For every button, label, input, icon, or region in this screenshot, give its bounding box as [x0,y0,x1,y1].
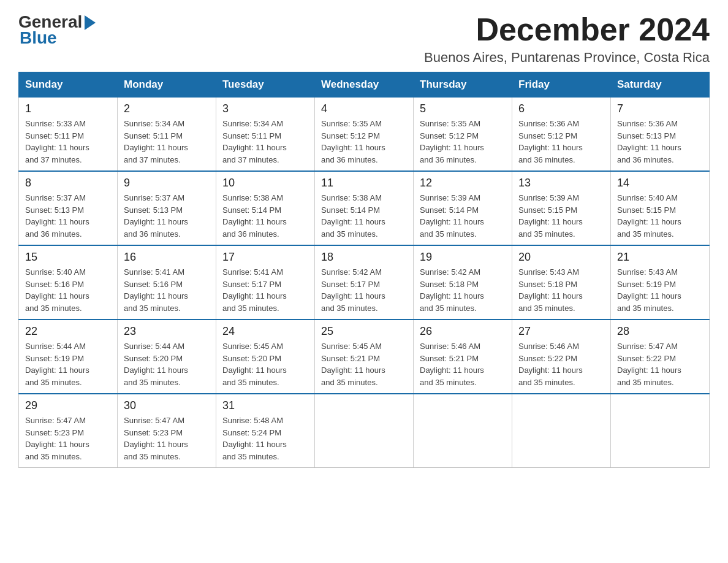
day-info: Sunrise: 5:35 AMSunset: 5:12 PMDaylight:… [321,118,407,166]
calendar-cell: 3 Sunrise: 5:34 AMSunset: 5:11 PMDayligh… [216,98,315,172]
day-number: 12 [420,177,506,190]
day-number: 29 [25,399,111,412]
day-number: 26 [420,325,506,338]
day-info: Sunrise: 5:46 AMSunset: 5:22 PMDaylight:… [518,340,604,388]
day-number: 18 [321,251,407,264]
calendar-cell: 17 Sunrise: 5:41 AMSunset: 5:17 PMDaylig… [216,245,315,320]
day-info: Sunrise: 5:45 AMSunset: 5:21 PMDaylight:… [321,340,407,388]
calendar-cell: 27 Sunrise: 5:46 AMSunset: 5:22 PMDaylig… [512,320,611,394]
page-header: General Blue December 2024 Buenos Aires,… [18,12,710,66]
calendar-cell: 21 Sunrise: 5:43 AMSunset: 5:19 PMDaylig… [611,245,710,320]
calendar-cell: 22 Sunrise: 5:44 AMSunset: 5:19 PMDaylig… [19,320,118,394]
header-friday: Friday [512,72,611,98]
header-tuesday: Tuesday [216,72,315,98]
day-info: Sunrise: 5:39 AMSunset: 5:15 PMDaylight:… [518,192,604,240]
week-row-3: 15 Sunrise: 5:40 AMSunset: 5:16 PMDaylig… [19,245,710,320]
day-number: 9 [124,177,210,190]
calendar-cell: 15 Sunrise: 5:40 AMSunset: 5:16 PMDaylig… [19,245,118,320]
logo-blue-text: Blue [20,28,57,48]
location-title: Buenos Aires, Puntarenas Province, Costa… [424,50,710,66]
day-number: 19 [420,251,506,264]
day-info: Sunrise: 5:43 AMSunset: 5:18 PMDaylight:… [518,266,604,314]
calendar-cell: 30 Sunrise: 5:47 AMSunset: 5:23 PMDaylig… [118,394,216,468]
day-number: 3 [222,102,308,115]
day-info: Sunrise: 5:41 AMSunset: 5:17 PMDaylight:… [222,266,308,314]
day-number: 13 [518,177,604,190]
calendar-cell: 5 Sunrise: 5:35 AMSunset: 5:12 PMDayligh… [414,98,512,172]
day-number: 14 [617,177,703,190]
day-number: 4 [321,102,407,115]
day-number: 23 [124,325,210,338]
week-row-2: 8 Sunrise: 5:37 AMSunset: 5:13 PMDayligh… [19,171,710,245]
calendar-cell: 12 Sunrise: 5:39 AMSunset: 5:14 PMDaylig… [414,171,512,245]
calendar-cell [611,394,710,468]
day-number: 11 [321,177,407,190]
calendar-cell: 16 Sunrise: 5:41 AMSunset: 5:16 PMDaylig… [118,245,216,320]
day-info: Sunrise: 5:36 AMSunset: 5:12 PMDaylight:… [518,118,604,166]
calendar-cell [414,394,512,468]
day-info: Sunrise: 5:47 AMSunset: 5:22 PMDaylight:… [617,340,703,388]
calendar-cell: 4 Sunrise: 5:35 AMSunset: 5:12 PMDayligh… [315,98,414,172]
calendar-cell [315,394,414,468]
week-row-1: 1 Sunrise: 5:33 AMSunset: 5:11 PMDayligh… [19,98,710,172]
calendar-cell: 6 Sunrise: 5:36 AMSunset: 5:12 PMDayligh… [512,98,611,172]
day-number: 8 [25,177,111,190]
day-number: 1 [25,102,111,115]
day-number: 25 [321,325,407,338]
day-info: Sunrise: 5:47 AMSunset: 5:23 PMDaylight:… [25,415,111,462]
day-info: Sunrise: 5:33 AMSunset: 5:11 PMDaylight:… [25,118,111,166]
calendar-cell: 28 Sunrise: 5:47 AMSunset: 5:22 PMDaylig… [611,320,710,394]
day-number: 2 [124,102,210,115]
day-number: 15 [25,251,111,264]
header-wednesday: Wednesday [315,72,414,98]
day-info: Sunrise: 5:36 AMSunset: 5:13 PMDaylight:… [617,118,703,166]
calendar-cell: 14 Sunrise: 5:40 AMSunset: 5:15 PMDaylig… [611,171,710,245]
day-info: Sunrise: 5:38 AMSunset: 5:14 PMDaylight:… [321,192,407,240]
day-info: Sunrise: 5:42 AMSunset: 5:18 PMDaylight:… [420,266,506,314]
calendar-cell: 8 Sunrise: 5:37 AMSunset: 5:13 PMDayligh… [19,171,118,245]
day-info: Sunrise: 5:41 AMSunset: 5:16 PMDaylight:… [124,266,210,314]
calendar-cell: 19 Sunrise: 5:42 AMSunset: 5:18 PMDaylig… [414,245,512,320]
calendar-cell: 20 Sunrise: 5:43 AMSunset: 5:18 PMDaylig… [512,245,611,320]
day-number: 20 [518,251,604,264]
title-section: December 2024 Buenos Aires, Puntarenas P… [424,12,710,66]
calendar-cell: 26 Sunrise: 5:46 AMSunset: 5:21 PMDaylig… [414,320,512,394]
day-info: Sunrise: 5:44 AMSunset: 5:19 PMDaylight:… [25,340,111,388]
calendar-cell: 10 Sunrise: 5:38 AMSunset: 5:14 PMDaylig… [216,171,315,245]
header-monday: Monday [118,72,216,98]
calendar-body: 1 Sunrise: 5:33 AMSunset: 5:11 PMDayligh… [19,98,710,468]
calendar-cell: 1 Sunrise: 5:33 AMSunset: 5:11 PMDayligh… [19,98,118,172]
day-number: 30 [124,399,210,412]
day-number: 5 [420,102,506,115]
logo-arrow-icon [85,15,96,30]
day-number: 17 [222,251,308,264]
day-info: Sunrise: 5:34 AMSunset: 5:11 PMDaylight:… [222,118,308,166]
header-saturday: Saturday [611,72,710,98]
calendar-cell: 2 Sunrise: 5:34 AMSunset: 5:11 PMDayligh… [118,98,216,172]
day-info: Sunrise: 5:40 AMSunset: 5:15 PMDaylight:… [617,192,703,240]
calendar-cell: 29 Sunrise: 5:47 AMSunset: 5:23 PMDaylig… [19,394,118,468]
day-info: Sunrise: 5:40 AMSunset: 5:16 PMDaylight:… [25,266,111,314]
calendar-cell: 9 Sunrise: 5:37 AMSunset: 5:13 PMDayligh… [118,171,216,245]
day-info: Sunrise: 5:44 AMSunset: 5:20 PMDaylight:… [124,340,210,388]
day-number: 27 [518,325,604,338]
day-number: 22 [25,325,111,338]
calendar-cell: 23 Sunrise: 5:44 AMSunset: 5:20 PMDaylig… [118,320,216,394]
day-number: 10 [222,177,308,190]
day-info: Sunrise: 5:45 AMSunset: 5:20 PMDaylight:… [222,340,308,388]
day-info: Sunrise: 5:37 AMSunset: 5:13 PMDaylight:… [124,192,210,240]
calendar-cell: 31 Sunrise: 5:48 AMSunset: 5:24 PMDaylig… [216,394,315,468]
logo: General Blue [18,12,96,48]
header-thursday: Thursday [414,72,512,98]
day-number: 16 [124,251,210,264]
header-sunday: Sunday [19,72,118,98]
calendar-cell: 18 Sunrise: 5:42 AMSunset: 5:17 PMDaylig… [315,245,414,320]
day-info: Sunrise: 5:37 AMSunset: 5:13 PMDaylight:… [25,192,111,240]
weekday-header-row: Sunday Monday Tuesday Wednesday Thursday… [19,72,710,98]
week-row-4: 22 Sunrise: 5:44 AMSunset: 5:19 PMDaylig… [19,320,710,394]
week-row-5: 29 Sunrise: 5:47 AMSunset: 5:23 PMDaylig… [19,394,710,468]
day-number: 7 [617,102,703,115]
day-info: Sunrise: 5:39 AMSunset: 5:14 PMDaylight:… [420,192,506,240]
day-number: 31 [222,399,308,412]
calendar-cell: 25 Sunrise: 5:45 AMSunset: 5:21 PMDaylig… [315,320,414,394]
